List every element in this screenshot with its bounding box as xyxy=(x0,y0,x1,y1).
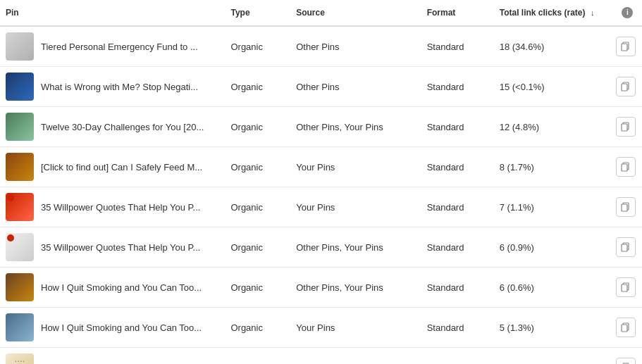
pin-cell: 35 Willpower Quotes That Help You P... xyxy=(0,187,225,227)
svg-rect-7 xyxy=(622,164,627,171)
pin-action-button[interactable] xyxy=(616,77,636,96)
svg-rect-3 xyxy=(622,84,627,91)
pin-cell: Secrets of Success in 8 Words [VIDEO... xyxy=(0,348,225,365)
pin-title[interactable]: [Click to find out] Can I Safely Feed M.… xyxy=(41,162,202,172)
pin-type: Organic xyxy=(225,348,290,365)
col-header-pin: Pin xyxy=(0,0,225,26)
pin-thumbnail xyxy=(6,193,34,221)
pin-thumbnail xyxy=(6,273,34,301)
table-row: Secrets of Success in 8 Words [VIDEO... … xyxy=(0,348,642,365)
pin-action-cell xyxy=(610,107,642,147)
pin-thumbnail xyxy=(6,113,34,141)
pin-action-cell xyxy=(610,348,642,365)
pin-format: Standard xyxy=(421,308,494,348)
pin-format: Standard xyxy=(421,268,494,308)
pin-cell: How I Quit Smoking and You Can Too... xyxy=(0,308,225,348)
pin-source: Other Pins xyxy=(290,67,421,107)
pin-title[interactable]: Tiered Personal Emergency Fund to ... xyxy=(41,42,198,52)
pin-clicks: 8 (1.7%) xyxy=(494,147,610,187)
pin-format: Standard xyxy=(421,348,494,365)
pin-format: Standard xyxy=(421,26,494,67)
pin-action-cell xyxy=(610,26,642,67)
col-header-clicks[interactable]: Total link clicks (rate) ↓ xyxy=(494,0,610,26)
pin-thumbnail xyxy=(6,233,34,261)
pin-title[interactable]: What is Wrong with Me? Stop Negati... xyxy=(41,82,198,92)
pin-format: Standard xyxy=(421,67,494,107)
col-header-type: Type xyxy=(225,0,290,26)
col-header-format: Format xyxy=(421,0,494,26)
pin-type: Organic xyxy=(225,147,290,187)
pin-source: Other Pins xyxy=(290,26,421,67)
pin-action-button[interactable] xyxy=(616,117,636,137)
pin-cell: Tiered Personal Emergency Fund to ... xyxy=(0,26,225,67)
pin-title[interactable]: How I Quit Smoking and You Can Too... xyxy=(41,282,202,293)
table-row: [Click to find out] Can I Safely Feed M.… xyxy=(0,147,642,187)
pin-clicks: 15 (<0.1%) xyxy=(494,67,610,107)
pin-type: Organic xyxy=(225,227,290,268)
svg-rect-15 xyxy=(622,325,627,332)
pin-action-button[interactable] xyxy=(616,358,636,364)
table-body: Tiered Personal Emergency Fund to ... Or… xyxy=(0,26,642,364)
pin-action-button[interactable] xyxy=(616,237,636,257)
svg-rect-13 xyxy=(622,284,627,291)
pin-cell: What is Wrong with Me? Stop Negati... xyxy=(0,67,225,107)
pin-action-cell xyxy=(610,227,642,268)
pin-clicks: 12 (4.8%) xyxy=(494,107,610,147)
pin-format: Standard xyxy=(421,107,494,147)
pin-action-button[interactable] xyxy=(616,37,636,56)
pin-format: Standard xyxy=(421,227,494,268)
svg-rect-1 xyxy=(622,44,627,51)
table-row: What is Wrong with Me? Stop Negati... Or… xyxy=(0,67,642,107)
pin-cell: How I Quit Smoking and You Can Too... xyxy=(0,268,225,308)
pin-type: Organic xyxy=(225,187,290,227)
table-row: Tiered Personal Emergency Fund to ... Or… xyxy=(0,26,642,67)
pin-title[interactable]: 35 Willpower Quotes That Help You P... xyxy=(41,202,200,213)
copy-icon xyxy=(621,82,631,92)
pin-action-cell xyxy=(610,268,642,308)
table-header-row: Pin Type Source Format Total link clicks… xyxy=(0,0,642,26)
pin-format: Standard xyxy=(421,187,494,227)
pin-type: Organic xyxy=(225,26,290,67)
pin-action-button[interactable] xyxy=(616,318,636,337)
table-row: 35 Willpower Quotes That Help You P... O… xyxy=(0,187,642,227)
pin-source: Other Pins xyxy=(290,348,421,365)
pin-thumbnail xyxy=(6,32,34,61)
pin-clicks: 4 (3.2%) xyxy=(494,348,610,365)
pin-action-cell xyxy=(610,308,642,348)
table-row: How I Quit Smoking and You Can Too... Or… xyxy=(0,268,642,308)
pin-action-button[interactable] xyxy=(616,277,636,297)
pin-action-cell xyxy=(610,67,642,107)
pin-cell: 35 Willpower Quotes That Help You P... xyxy=(0,227,225,268)
copy-icon xyxy=(621,162,631,172)
pin-action-button[interactable] xyxy=(616,197,636,217)
pin-type: Organic xyxy=(225,107,290,147)
pin-source: Other Pins, Your Pins xyxy=(290,268,421,308)
copy-icon xyxy=(621,42,631,51)
pin-clicks: 5 (1.3%) xyxy=(494,308,610,348)
pin-type: Organic xyxy=(225,268,290,308)
col-header-source: Source xyxy=(290,0,421,26)
pin-cell: Twelve 30-Day Challenges for You [20... xyxy=(0,107,225,147)
pin-title[interactable]: Twelve 30-Day Challenges for You [20... xyxy=(41,122,204,132)
table-row: Twelve 30-Day Challenges for You [20... … xyxy=(0,107,642,147)
pin-action-cell xyxy=(610,147,642,187)
pin-source: Your Pins xyxy=(290,147,421,187)
pin-clicks: 6 (0.6%) xyxy=(494,268,610,308)
pin-format: Standard xyxy=(421,147,494,187)
info-icon[interactable]: i xyxy=(622,7,633,18)
pin-thumbnail xyxy=(6,73,34,101)
pins-table-container: Pin Type Source Format Total link clicks… xyxy=(0,0,642,364)
pin-action-cell xyxy=(610,187,642,227)
pin-source: Other Pins, Your Pins xyxy=(290,227,421,268)
pin-thumbnail xyxy=(6,153,34,181)
pin-title[interactable]: 35 Willpower Quotes That Help You P... xyxy=(41,242,200,253)
pin-title[interactable]: How I Quit Smoking and You Can Too... xyxy=(41,322,202,333)
copy-icon xyxy=(621,242,631,252)
pin-clicks: 6 (0.9%) xyxy=(494,227,610,268)
pin-source: Other Pins, Your Pins xyxy=(290,107,421,147)
pin-thumbnail xyxy=(6,353,34,364)
sort-desc-icon: ↓ xyxy=(591,8,595,17)
pins-table: Pin Type Source Format Total link clicks… xyxy=(0,0,642,364)
copy-icon xyxy=(621,282,631,292)
pin-action-button[interactable] xyxy=(616,157,636,177)
